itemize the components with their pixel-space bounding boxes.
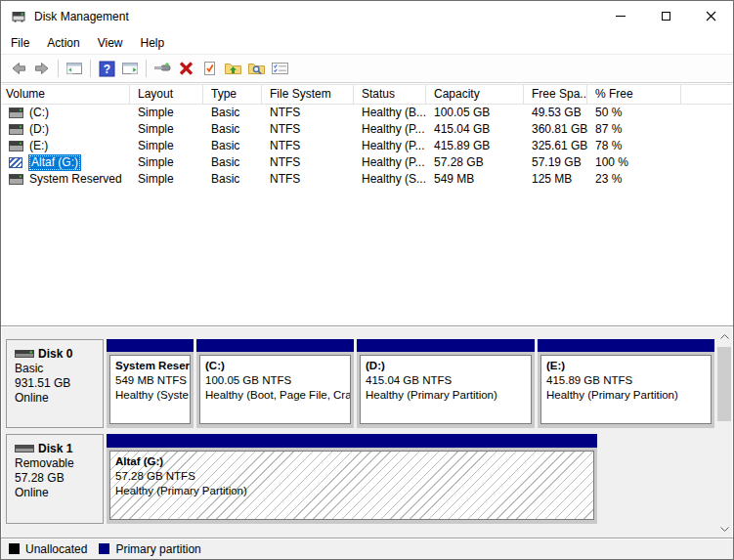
disk-management-window: Disk Management File Action View Help ? [0, 0, 734, 560]
scroll-down-button[interactable] [716, 521, 732, 537]
volume-name: (D:) [29, 121, 49, 138]
partition-name: (C:) [205, 359, 345, 373]
cell-free-space: 125 MB [524, 171, 587, 188]
menu-action[interactable]: Action [38, 33, 88, 53]
menu-view[interactable]: View [89, 33, 132, 53]
volume-name-selected: Altaf (G:) [28, 154, 81, 171]
table-row-volume-d[interactable]: (D:) Simple Basic NTFS Healthy (P... 415… [2, 121, 732, 138]
table-row-volume-e[interactable]: (E:) Simple Basic NTFS Healthy (P... 415… [2, 138, 732, 154]
show-console-tree-icon [65, 61, 83, 76]
back-icon [10, 61, 27, 76]
partition-d[interactable]: (D:) 415.04 GB NTFS Healthy (Primary Par… [357, 339, 535, 428]
cell-status: Healthy (P... [354, 138, 426, 154]
partition-status: Healthy (Syste [115, 388, 185, 403]
cell-pct-free: 78 % [587, 138, 681, 154]
open-folder-button[interactable] [222, 58, 243, 79]
column-header-free-space[interactable]: Free Spa... [524, 85, 587, 104]
toolbar: ? [1, 54, 733, 83]
window-title: Disk Management [34, 10, 129, 23]
close-button[interactable] [688, 1, 733, 31]
cell-file-system: NTFS [262, 121, 354, 138]
column-header-volume[interactable]: Volume [2, 85, 130, 104]
partition-e[interactable]: (E:) 415.89 GB NTFS Healthy (Primary Par… [538, 339, 714, 428]
forward-icon [33, 61, 51, 76]
cell-status: Healthy (B... [354, 105, 426, 121]
cell-free-space: 360.81 GB [524, 121, 587, 138]
cell-layout: Simple [130, 171, 203, 188]
mark-partition-active-button[interactable] [198, 58, 220, 79]
cell-layout: Simple [130, 121, 203, 138]
explore-folder-button[interactable] [245, 58, 267, 79]
show-action-pane-icon [121, 61, 139, 76]
volume-list: Volume Layout Type File System Status Ca… [2, 84, 732, 325]
svg-text:?: ? [103, 63, 109, 76]
toolbar-separator [146, 60, 147, 77]
primary-partition-bar [538, 339, 714, 352]
open-folder-icon [224, 61, 242, 76]
table-row-volume-altaf-selected[interactable]: Altaf (G:) Simple Basic NTFS Healthy (P.… [2, 154, 732, 171]
partition-altaf-g-selected[interactable]: Altaf (G:) 57.28 GB NTFS Healthy (Primar… [107, 434, 597, 524]
column-header-type[interactable]: Type [203, 85, 262, 104]
partition-name: System Reser [115, 359, 185, 373]
table-row-volume-c[interactable]: (C:) Simple Basic NTFS Healthy (B... 100… [2, 105, 732, 121]
back-button[interactable] [8, 58, 29, 79]
partition-status: Healthy (Primary Partition) [115, 484, 588, 498]
volume-list-header: Volume Layout Type File System Status Ca… [2, 84, 732, 105]
properties-icon [153, 61, 172, 76]
scroll-up-button[interactable] [716, 328, 732, 344]
scrollbar-thumb[interactable] [717, 347, 731, 421]
delete-volume-button[interactable] [175, 58, 196, 79]
menu-file[interactable]: File [2, 33, 38, 53]
column-header-pct-free[interactable]: % Free [587, 85, 681, 104]
column-header-status[interactable]: Status [354, 85, 426, 104]
minimize-button[interactable] [598, 1, 643, 31]
disk1-capacity: 57.28 GB [15, 471, 103, 486]
partition-status: Healthy (Boot, Page File, Cra [205, 388, 345, 403]
cell-layout: Simple [130, 154, 203, 171]
volume-name: (C:) [29, 105, 49, 121]
partition-size: 415.89 GB NTFS [546, 373, 706, 388]
partition-name: (D:) [366, 359, 526, 373]
maximize-icon [662, 12, 670, 21]
maximize-button[interactable] [643, 1, 688, 31]
forward-button[interactable] [31, 58, 53, 79]
chevron-up-icon [720, 334, 729, 339]
primary-partition-bar [107, 339, 194, 352]
disk0-label-box[interactable]: Disk 0 Basic 931.51 GB Online [6, 339, 104, 428]
disk1-label-box[interactable]: Disk 1 Removable 57.28 GB Online [6, 434, 104, 524]
show-console-tree-button[interactable] [64, 58, 85, 79]
partition-name: (E:) [546, 359, 706, 373]
vertical-scrollbar[interactable] [716, 328, 732, 537]
disk0-type: Basic [15, 362, 103, 376]
partition-size: 549 MB NTFS [115, 373, 185, 388]
table-row-volume-system-reserved[interactable]: System Reserved Simple Basic NTFS Health… [2, 171, 732, 188]
cell-type: Basic [203, 121, 262, 138]
primary-partition-bar [357, 339, 535, 352]
column-header-layout[interactable]: Layout [130, 85, 203, 104]
primary-partition-swatch [99, 543, 109, 554]
partition-size: 100.05 GB NTFS [205, 373, 345, 388]
chevron-down-icon [720, 527, 729, 532]
cell-free-space: 49.53 GB [524, 105, 587, 121]
volume-drive-icon [9, 108, 23, 118]
partition-system-reserved[interactable]: System Reser 549 MB NTFS Healthy (Syste [107, 339, 194, 428]
cell-pct-free: 23 % [587, 171, 681, 188]
menu-help[interactable]: Help [132, 33, 174, 53]
cell-status: Healthy (P... [354, 154, 426, 171]
cell-file-system: NTFS [262, 171, 354, 188]
column-header-file-system[interactable]: File System [262, 85, 354, 104]
cell-free-space: 325.61 GB [524, 138, 587, 154]
help-button[interactable]: ? [96, 58, 117, 79]
partition-c[interactable]: (C:) 100.05 GB NTFS Healthy (Boot, Page … [196, 339, 354, 428]
close-icon [706, 11, 716, 22]
column-header-capacity[interactable]: Capacity [426, 85, 524, 104]
volume-drive-icon [9, 124, 23, 135]
partition-size: 57.28 GB NTFS [115, 469, 588, 484]
cell-capacity: 57.28 GB [426, 154, 524, 171]
properties-button[interactable] [151, 58, 173, 79]
legend-label-primary-partition: Primary partition [115, 542, 200, 556]
show-action-pane-button[interactable] [119, 58, 141, 79]
legend-bar: Unallocated Primary partition [1, 538, 733, 559]
view-options-button[interactable] [269, 58, 290, 79]
disk0-status: Online [15, 391, 103, 406]
